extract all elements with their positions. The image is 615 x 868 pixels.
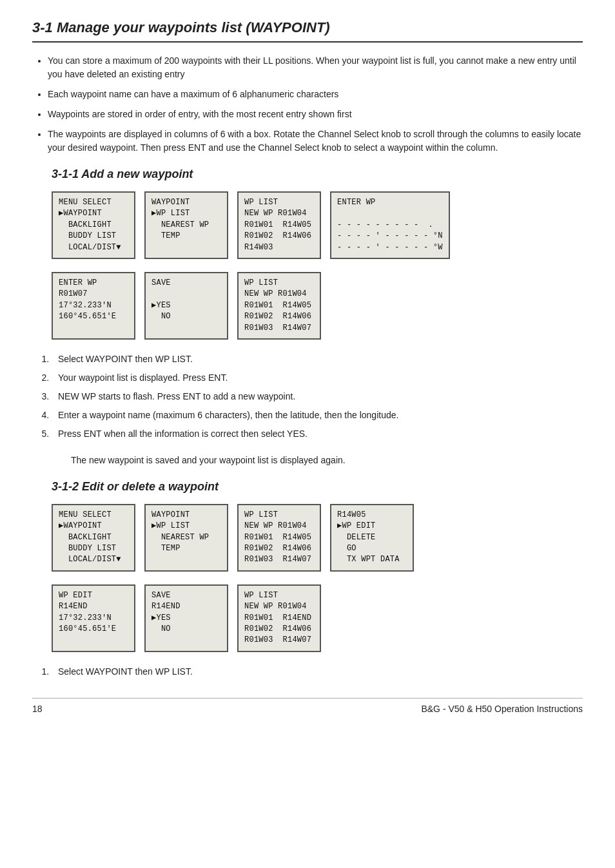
screens-row-311-1: MENU SELECT ▶WAYPOINT BACKLIGHT BUDDY LI… — [32, 191, 583, 259]
screen-311-2-1: ENTER WP R01W07 17°32.233'N 160°45.651'E — [52, 272, 135, 340]
screen-311-2-3: WP LIST NEW WP R01W04 R01W01 R14W05 R01W… — [237, 272, 321, 340]
footer-page-number: 18 — [32, 704, 43, 714]
page-title: 3-1 Manage your waypoints list (WAYPOINT… — [32, 19, 583, 43]
screen-311-1-3: WP LIST NEW WP R01W04 R01W01 R14W05 R01W… — [237, 191, 321, 259]
screen-311-1-2: WAYPOINT ▶WP LIST NEAREST WP TEMP — [144, 191, 228, 259]
subsection-312-title: 3-1-2 Edit or delete a waypoint — [32, 480, 583, 494]
screen-311-2-2: SAVE ▶YES NO — [144, 272, 228, 340]
screen-312-2-2: SAVE R14END ▶YES NO — [144, 584, 228, 652]
bullet-4: The waypoints are displayed in columns o… — [48, 128, 583, 155]
step-311-1: Select WAYPOINT then WP LIST. — [52, 352, 583, 366]
step-312-1: Select WAYPOINT then WP LIST. — [52, 665, 583, 679]
steps-312: Select WAYPOINT then WP LIST. — [32, 665, 583, 679]
screens-row-312-2: WP EDIT R14END 17°32.233'N 160°45.651'E … — [32, 584, 583, 652]
screens-row-311-2: ENTER WP R01W07 17°32.233'N 160°45.651'E… — [32, 272, 583, 340]
screen-312-2-1: WP EDIT R14END 17°32.233'N 160°45.651'E — [52, 584, 135, 652]
screen-312-1-3: WP LIST NEW WP R01W04 R01W01 R14W05 R01W… — [237, 504, 321, 572]
subsection-311-title: 3-1-1 Add a new waypoint — [32, 168, 583, 181]
footer-doc-title: B&G - V50 & H50 Operation Instructions — [421, 704, 583, 714]
bullet-3: Waypoints are stored in order of entry, … — [48, 108, 583, 121]
steps-311: Select WAYPOINT then WP LIST. Your waypo… — [32, 352, 583, 441]
step-311-3: NEW WP starts to flash. Press ENT to add… — [52, 390, 583, 403]
screen-311-1-4: ENTER WP - - - - - - - - - . - - - - ' -… — [330, 191, 450, 259]
step-311-4: Enter a waypoint name (maximum 6 charact… — [52, 409, 583, 422]
page-footer: 18 B&G - V50 & H50 Operation Instruction… — [32, 698, 583, 714]
note-311: The new waypoint is saved and your waypo… — [32, 454, 583, 467]
bullet-2: Each waypoint name can have a maximum of… — [48, 88, 583, 101]
intro-bullets: You can store a maximum of 200 waypoints… — [32, 54, 583, 155]
screen-312-1-2: WAYPOINT ▶WP LIST NEAREST WP TEMP — [144, 504, 228, 572]
screen-312-2-3: WP LIST NEW WP R01W04 R01W01 R14END R01W… — [237, 584, 321, 652]
step-311-5: Press ENT when all the information is co… — [52, 427, 583, 441]
bullet-1: You can store a maximum of 200 waypoints… — [48, 54, 583, 81]
step-311-2: Your waypoint list is displayed. Press E… — [52, 371, 583, 385]
screen-311-1-1: MENU SELECT ▶WAYPOINT BACKLIGHT BUDDY LI… — [52, 191, 135, 259]
screens-row-312-1: MENU SELECT ▶WAYPOINT BACKLIGHT BUDDY LI… — [32, 504, 583, 572]
screen-312-1-1: MENU SELECT ▶WAYPOINT BACKLIGHT BUDDY LI… — [52, 504, 135, 572]
screen-312-1-4: R14W05 ▶WP EDIT DELETE GO TX WPT DATA — [330, 504, 414, 572]
